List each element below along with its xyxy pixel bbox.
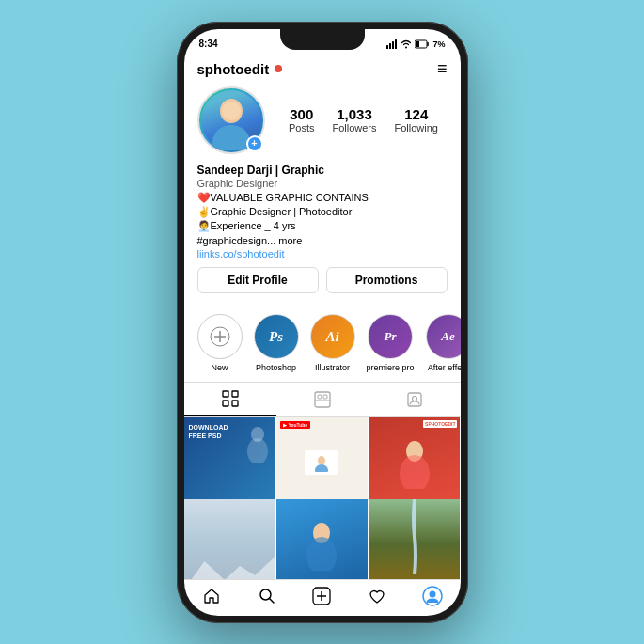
grid-cell-5[interactable] xyxy=(276,499,368,579)
highlight-new[interactable]: New xyxy=(197,314,243,372)
highlight-premiere[interactable]: Pr premiere pro xyxy=(367,314,415,372)
cell5-portrait xyxy=(301,518,342,571)
stat-posts[interactable]: 300 Posts xyxy=(289,106,315,134)
notch xyxy=(280,29,365,50)
highlight-label-pr: premiere pro xyxy=(367,363,415,372)
avatar-container: + xyxy=(197,86,265,154)
svg-point-22 xyxy=(412,397,416,401)
svg-rect-17 xyxy=(315,392,330,407)
nav-profile[interactable] xyxy=(405,586,461,606)
nav-home[interactable] xyxy=(184,586,240,606)
svg-rect-6 xyxy=(416,41,419,47)
phone-screen: 8:34 xyxy=(184,29,461,616)
promotions-button[interactable]: Promotions xyxy=(326,267,448,293)
grid-cell-6[interactable] xyxy=(369,499,461,579)
svg-marker-29 xyxy=(184,557,275,578)
svg-point-28 xyxy=(400,455,430,489)
stats-row: 300 Posts 1,033 Followers 124 Following xyxy=(280,106,448,134)
grid-cell-4[interactable] xyxy=(184,499,275,579)
cell6-waterfall xyxy=(409,499,420,579)
pr-icon: Pr xyxy=(385,329,397,344)
nav-add[interactable] xyxy=(294,586,350,606)
grid-cell-1[interactable]: DOWNLOADFREE PSD SPHOTOEDIT xyxy=(184,417,275,509)
highlight-aftereffect[interactable]: Ae After effect xyxy=(426,314,461,372)
status-time: 8:34 xyxy=(199,39,218,49)
bio-section: Sandeep Darji | Graphic Graphic Designer… xyxy=(197,164,448,260)
action-buttons: Edit Profile Promotions xyxy=(197,267,448,293)
highlight-label-new: New xyxy=(211,363,228,372)
following-count: 124 xyxy=(404,106,428,122)
followers-count: 1,033 xyxy=(337,106,372,122)
bio-line2: ✌️Graphic Designer | Photoeditor xyxy=(197,205,448,219)
username-row: sphotoedit xyxy=(197,61,283,77)
add-photo-badge[interactable]: + xyxy=(246,135,263,152)
tab-grid[interactable] xyxy=(184,383,276,416)
grid-cell-3[interactable]: SPHOTOEDIT xyxy=(369,417,461,509)
highlight-illustrator[interactable]: Ai Illustrator xyxy=(310,314,355,372)
bio-line4: #graphicdesign... more xyxy=(197,234,448,248)
svg-point-38 xyxy=(430,590,436,597)
signal-icon xyxy=(386,39,398,49)
status-icons: 7% xyxy=(386,39,445,49)
highlight-circle-pr: Pr xyxy=(368,314,413,359)
followers-label: Followers xyxy=(332,122,376,134)
svg-point-31 xyxy=(306,537,337,571)
bio-line3: 🧑‍💼Experience _ 4 yrs xyxy=(197,219,448,233)
svg-rect-18 xyxy=(318,395,322,399)
svg-rect-3 xyxy=(395,39,397,49)
bio-link[interactable]: liinks.co/sphotoedit xyxy=(197,248,448,259)
highlight-circle-ai: Ai xyxy=(310,314,355,359)
svg-rect-0 xyxy=(386,45,388,49)
svg-rect-16 xyxy=(232,401,238,406)
following-label: Following xyxy=(395,122,438,134)
nav-activity[interactable] xyxy=(350,586,405,606)
photo-grid: DOWNLOADFREE PSD SPHOTOEDIT ▶ YouTube xyxy=(184,417,461,578)
highlights-row: New Ps Photoshop Ai Illustrator Pr xyxy=(184,314,461,382)
hamburger-menu[interactable]: ≡ xyxy=(437,59,448,79)
edit-profile-button[interactable]: Edit Profile xyxy=(197,267,319,293)
highlight-label-ai: Illustrator xyxy=(315,363,350,372)
highlight-label-ae: After effect xyxy=(428,363,461,372)
profile-section: + 300 Posts 1,033 Followers 124 Followin… xyxy=(184,86,461,315)
svg-rect-13 xyxy=(223,391,228,397)
svg-rect-1 xyxy=(389,43,391,49)
notification-dot xyxy=(275,65,282,72)
cell2-thumbnail xyxy=(305,450,338,475)
highlight-circle-ae: Ae xyxy=(426,314,461,359)
nav-search[interactable] xyxy=(239,586,294,606)
highlight-circle-new xyxy=(197,314,243,359)
posts-count: 300 xyxy=(290,106,313,122)
tab-tagged[interactable] xyxy=(369,383,461,416)
phone-frame: 8:34 xyxy=(177,22,468,623)
svg-point-25 xyxy=(318,456,325,465)
username: sphotoedit xyxy=(197,61,270,77)
top-nav: sphotoedit ≡ xyxy=(184,55,461,86)
cell3-portrait xyxy=(394,436,435,489)
highlight-label-ps: Photoshop xyxy=(256,363,296,372)
signal-percentage: 7% xyxy=(432,39,445,49)
tab-reels[interactable] xyxy=(276,383,369,416)
svg-rect-14 xyxy=(232,391,238,397)
svg-line-33 xyxy=(269,598,274,603)
bio-line1: ❤️VALUABLE GRAPHIC CONTAINS xyxy=(197,191,448,205)
stat-following[interactable]: 124 Following xyxy=(395,106,438,134)
cell1-silhouette xyxy=(244,425,271,463)
posts-label: Posts xyxy=(289,122,315,134)
svg-point-24 xyxy=(247,438,268,463)
ps-icon: Ps xyxy=(269,329,283,345)
grid-cell-2[interactable]: ▶ YouTube sphotoedit xyxy=(276,417,368,509)
ae-icon: Ae xyxy=(441,329,454,344)
svg-point-26 xyxy=(315,464,328,472)
profile-top: + 300 Posts 1,033 Followers 124 Followin… xyxy=(197,86,448,154)
cell3-badge: SPHOTOEDIT xyxy=(423,420,457,428)
highlight-circle-ps: Ps xyxy=(254,314,299,359)
svg-rect-19 xyxy=(323,395,327,399)
content-tab-bar xyxy=(184,382,461,417)
svg-rect-2 xyxy=(392,41,394,49)
wifi-icon xyxy=(401,39,412,49)
svg-point-9 xyxy=(222,102,241,120)
bottom-nav xyxy=(184,579,461,616)
highlight-photoshop[interactable]: Ps Photoshop xyxy=(254,314,299,372)
svg-point-8 xyxy=(212,125,250,150)
stat-followers[interactable]: 1,033 Followers xyxy=(332,106,376,134)
